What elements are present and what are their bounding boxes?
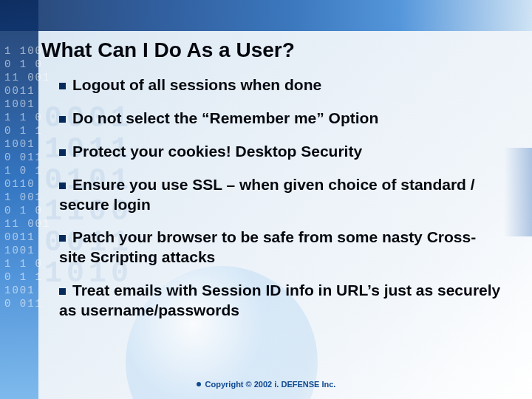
list-item-text: Treat emails with Session ID info in URL… xyxy=(59,282,500,318)
slide-title: What Can I Do As a User? xyxy=(41,38,295,62)
list-item-text: Do not select the “Remember me” Option xyxy=(72,109,378,126)
list-item: Logout of all sessions when done xyxy=(59,75,502,95)
square-bullet-icon xyxy=(59,83,66,89)
square-bullet-icon xyxy=(59,235,66,242)
square-bullet-icon xyxy=(59,288,66,295)
list-item: Do not select the “Remember me” Option xyxy=(59,109,502,129)
dot-icon xyxy=(197,382,201,386)
content-area: Logout of all sessions when done Do not … xyxy=(59,75,502,334)
list-item-text: Logout of all sessions when done xyxy=(72,76,321,93)
list-item: Protect your cookies! Desktop Security xyxy=(59,142,502,162)
list-item: Treat emails with Session ID info in URL… xyxy=(59,281,502,321)
list-item-text: Patch your browser to be safe from some … xyxy=(59,228,476,265)
slide: 1 1001 0 1 0 11 001 0011 1001 1 1 0 0 1 … xyxy=(0,0,532,399)
square-bullet-icon xyxy=(59,183,66,189)
list-item: Ensure you use SSL – when given choice o… xyxy=(59,175,502,215)
top-band xyxy=(0,0,532,31)
square-bullet-icon xyxy=(59,149,66,156)
footer: Copyright © 2002 i. DEFENSE Inc. xyxy=(0,380,532,389)
list-item-text: Ensure you use SSL – when given choice o… xyxy=(59,176,475,213)
accent-right xyxy=(504,148,532,236)
accent-left xyxy=(0,0,38,399)
list-item: Patch your browser to be safe from some … xyxy=(59,228,502,267)
square-bullet-icon xyxy=(59,116,66,123)
list-item-text: Protect your cookies! Desktop Security xyxy=(72,143,362,160)
footer-text: Copyright © 2002 i. DEFENSE Inc. xyxy=(205,380,336,389)
